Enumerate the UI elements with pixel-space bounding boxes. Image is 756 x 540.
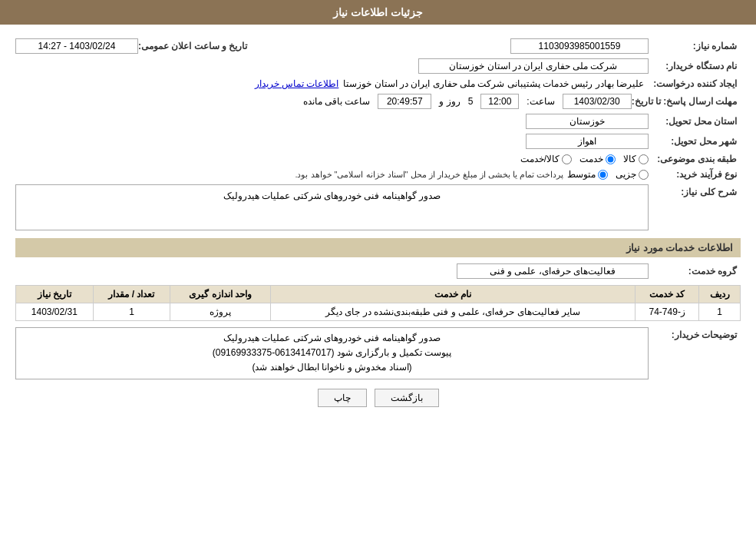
city-label: شهر محل تحویل: xyxy=(649,136,741,147)
creator-value: علیرضا بهادر رئیس خدمات پشتیبانی شرکت مل… xyxy=(343,78,644,89)
category-option-kala-khadamat[interactable]: کالا/خدمت xyxy=(520,154,572,164)
province-value: خوزستان xyxy=(526,114,649,129)
purchase-type-label: نوع فرآیند خرید: xyxy=(649,169,741,180)
buyer-org-value: شرکت ملی حفاری ایران در استان خوزستان xyxy=(418,58,649,74)
buttons-row: بازگشت چاپ xyxy=(15,389,741,407)
cell-code: ز-749-74 xyxy=(636,303,699,321)
creator-label: ایجاد کننده درخواست: xyxy=(649,78,741,89)
back-button[interactable]: بازگشت xyxy=(375,389,439,407)
cell-date: 1403/02/31 xyxy=(16,303,94,321)
col-date: تاریخ نیاز xyxy=(16,286,94,303)
buyer-org-label: نام دستگاه خریدار: xyxy=(649,61,741,71)
city-value: اهواز xyxy=(526,134,649,149)
service-table: ردیف کد خدمت نام خدمت واحد اندازه گیری ت… xyxy=(15,285,741,321)
deadline-time: 12:00 xyxy=(480,94,519,109)
category-radio-kala[interactable] xyxy=(639,154,649,164)
service-group-label: گروه خدمت: xyxy=(649,266,741,277)
deadline-date: 1403/02/30 xyxy=(563,94,632,109)
date-value: 1403/02/24 - 14:27 xyxy=(15,38,138,54)
purchase-type-label-motavaset: متوسط xyxy=(567,169,596,180)
category-label-kala: کالا xyxy=(623,154,636,164)
category-label-khadamat: خدمت xyxy=(579,154,603,164)
purchase-type-radio-group: جزیی متوسط xyxy=(567,169,649,180)
table-row: 1 ز-749-74 سایر فعالیت‌های حرفه‌ای، علمی… xyxy=(16,303,741,321)
category-radio-khadamat[interactable] xyxy=(606,154,616,164)
deadline-remaining: 20:49:57 xyxy=(378,94,431,109)
cell-name: سایر فعالیت‌های حرفه‌ای، علمی و فنی طبقه… xyxy=(270,303,635,321)
deadline-remaining-label: ساعت باقی مانده xyxy=(303,96,371,107)
services-section-title: اطلاعات خدمات مورد نیاز xyxy=(15,238,741,257)
purchase-type-radio-motavaset[interactable] xyxy=(598,170,608,180)
buyer-desc-label: توضیحات خریدار: xyxy=(649,327,741,340)
buyer-desc-text: صدور گواهینامه فنی خودروهای شرکتی عملیات… xyxy=(213,333,452,373)
category-label: طبقه بندی موضوعی: xyxy=(649,154,741,164)
deadline-days-label: روز و xyxy=(439,96,460,107)
purchase-type-label-jozi: جزیی xyxy=(616,169,636,180)
deadline-time-label: ساعت: xyxy=(527,96,554,107)
purchase-type-radio-jozi[interactable] xyxy=(639,170,649,180)
need-number-value: 1103093985001559 xyxy=(510,38,649,54)
page-title: جزئیات اطلاعات نیاز xyxy=(333,6,423,18)
category-option-kala[interactable]: کالا xyxy=(623,154,649,164)
service-group-value: فعالیت‌های حرفه‌ای، علمی و فنی xyxy=(457,263,649,279)
date-label: تاریخ و ساعت اعلان عمومی: xyxy=(138,41,251,51)
deadline-days-value: 5 xyxy=(468,96,474,107)
category-option-khadamat[interactable]: خدمت xyxy=(579,154,616,164)
print-button[interactable]: چاپ xyxy=(318,389,367,407)
cell-unit: پروژه xyxy=(170,303,270,321)
need-desc-value: صدور گواهینامه فنی خودروهای شرکتی عملیات… xyxy=(15,184,649,230)
cell-quantity: 1 xyxy=(93,303,170,321)
need-desc-label: شرح کلی نیاز: xyxy=(649,184,741,197)
category-label-kala-khadamat: کالا/خدمت xyxy=(520,154,560,164)
category-radio-kala-khadamat[interactable] xyxy=(562,154,572,164)
col-unit: واحد اندازه گیری xyxy=(170,286,270,303)
col-name: نام خدمت xyxy=(270,286,635,303)
purchase-type-option-jozi[interactable]: جزیی xyxy=(616,169,649,180)
purchase-type-option-motavaset[interactable]: متوسط xyxy=(567,169,608,180)
col-code: کد خدمت xyxy=(636,286,699,303)
province-label: استان محل تحویل: xyxy=(649,116,741,127)
cell-row-num: 1 xyxy=(699,303,741,321)
col-quantity: تعداد / مقدار xyxy=(93,286,170,303)
deadline-label: مهلت ارسال پاسخ: تا تاریخ: xyxy=(632,96,741,107)
page-header: جزئیات اطلاعات نیاز xyxy=(0,0,756,25)
creator-link[interactable]: اطلاعات تماس خریدار xyxy=(255,78,339,89)
category-radio-group: کالا خدمت کالا/خدمت xyxy=(520,154,649,164)
buyer-desc-value: صدور گواهینامه فنی خودروهای شرکتی عملیات… xyxy=(15,327,649,379)
need-number-label: شماره نیاز: xyxy=(649,41,741,51)
purchase-type-note: پرداخت تمام یا بخشی از مبلغ خریدار از مح… xyxy=(295,170,563,180)
col-row-num: ردیف xyxy=(699,286,741,303)
